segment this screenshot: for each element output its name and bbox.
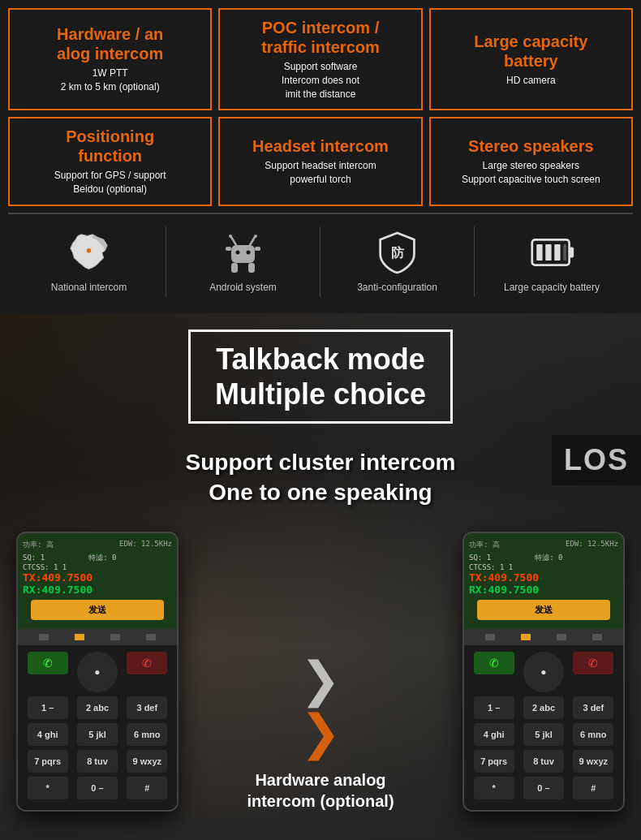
feature-subtitle-6: Large stereo speakersSupport capacitive … [462,159,600,187]
key-8-left[interactable]: 8 tuv [77,750,118,773]
svg-rect-10 [226,247,231,251]
key-nav-right[interactable]: ● [523,652,564,692]
top-section: Hardware / analog intercom 1W PTT2 km to… [0,0,641,313]
svg-rect-15 [536,244,542,261]
key-6-right[interactable]: 6 mno [573,723,613,746]
android-icon [219,230,268,275]
icon-android-label: Android system [209,282,277,293]
keypad-row-4-right: * 0 – # [469,777,618,799]
key-4-right[interactable]: 4 ghi [474,723,514,746]
ctcss-label-right: CTCSS: 1 1 [469,563,618,571]
key-7-right[interactable]: 7 pqrs [474,750,514,773]
feature-title-1: Hardware / analog intercom [57,24,163,63]
feature-title-5: Headset intercom [252,136,389,156]
feature-subtitle-3: HD camera [506,74,556,88]
feature-subtitle-2: Support softwareIntercom does notimit th… [282,60,359,101]
key-7-left[interactable]: 7 pqrs [28,750,68,773]
feature-title-4: Positioningfunction [66,127,154,166]
keypad-row-2-left: 4 ghi 5 jkl 6 mno [23,723,172,746]
svg-rect-11 [255,247,260,251]
key-1-left[interactable]: 1 – [28,696,68,719]
key-0-right[interactable]: 0 – [523,777,564,799]
icon-battery-label: Large capacity battery [504,282,600,293]
key-hash-left[interactable]: # [127,777,167,799]
icon-battery: Large capacity battery [475,226,629,297]
hardware-analog-text: Hardware analogintercom (optional) [247,769,394,812]
feature-subtitle-4: Support for GPS / supportBeidou (optiona… [54,169,166,196]
icon-3anti-label: 3anti-configuration [357,282,437,293]
ptt-btn-right[interactable]: 发送 [477,600,610,620]
feature-cell-4: Positioningfunction Support for GPS / su… [8,117,212,206]
arrow-right-icon: ❯ [300,709,341,757]
svg-rect-17 [554,244,560,261]
key-9-left[interactable]: 9 wxyz [127,750,167,773]
keypad-row-1-left: 1 – 2 abc 3 def [23,696,172,719]
key-4-left[interactable]: 4 ghi [28,723,68,746]
key-2-right[interactable]: 2 abc [523,696,564,719]
feature-cell-5: Headset intercom Support headset interco… [218,117,422,206]
sq-label-left: SQ: 1 特滤: 0 [23,553,172,563]
feature-cell-1: Hardware / analog intercom 1W PTT2 km to… [8,8,212,110]
key-star-left[interactable]: * [28,777,68,799]
bar-icon-r4 [592,634,602,640]
svg-rect-9 [248,263,255,273]
key-8-right[interactable]: 8 tuv [523,750,564,773]
key-5-right[interactable]: 5 jkl [523,723,564,746]
key-call-right[interactable]: ✆ [474,652,514,674]
bar-icon-r1 [485,634,495,640]
key-call-left[interactable]: ✆ [28,652,68,674]
feature-cell-2: POC intercom /traffic intercom Support s… [218,8,422,110]
phone-device-right: 功率: 高 EDW: 12.5KHz SQ: 1 特滤: 0 CTCSS: 1 … [462,532,625,812]
bar-icon-3 [110,634,120,640]
svg-point-2 [236,250,240,254]
key-2-left[interactable]: 2 abc [77,696,118,719]
svg-rect-1 [231,245,255,263]
bar-icon-2 [75,634,84,640]
keypad-row-3-left: 7 pqrs 8 tuv 9 wxyz [23,750,172,773]
rx-freq-left: RX:409.7500 [23,584,172,596]
key-3-left[interactable]: 3 def [127,696,167,719]
icon-national-intercom-label: National intercom [51,282,127,293]
key-hash-right[interactable]: # [573,777,613,799]
shield-protection-icon: 防 [373,230,422,275]
phones-section: 功率: 高 EDW: 12.5KHz SQ: 1 特滤: 0 CTCSS: 1 … [0,515,641,812]
tx-freq-right: TX:409.7500 [469,571,618,584]
feature-subtitle-1: 1W PTT2 km to 5 km (optional) [61,67,160,94]
svg-rect-18 [563,244,566,261]
svg-point-0 [87,248,91,252]
sq-label-right: SQ: 1 特滤: 0 [469,553,618,563]
bar-icon-4 [146,634,156,640]
cluster-line1: Support cluster intercom [186,448,456,477]
key-star-right[interactable]: * [474,777,514,799]
feature-grid: Hardware / analog intercom 1W PTT2 km to… [8,8,633,206]
cluster-line2: One to one speaking [186,478,456,507]
phone-keypad-left: ✆ ● ✆ 1 – 2 abc [18,645,177,810]
ptt-btn-left[interactable]: 发送 [31,600,164,620]
bar-icon-r3 [557,634,566,640]
arrow-left-icon: ❮ [300,656,341,704]
large-battery-icon [527,230,576,275]
talkback-mode-box: Talkback modeMultiple choice [188,330,453,424]
key-3-right[interactable]: 3 def [573,696,613,719]
key-0-left[interactable]: 0 – [77,777,118,799]
tx-freq-left: TX:409.7500 [23,571,172,584]
key-nav-left[interactable]: ● [77,652,118,692]
svg-rect-14 [569,248,574,258]
feature-subtitle-5: Support headset intercompowerful torch [265,159,376,187]
hero-background: LOS Talkback modeMultiple choice Support… [0,313,641,840]
keypad-row-2-right: 4 ghi 5 jkl 6 mno [469,723,618,746]
key-6-left[interactable]: 6 mno [127,723,167,746]
key-1-right[interactable]: 1 – [474,696,514,719]
svg-rect-8 [231,263,238,273]
key-9-right[interactable]: 9 wxyz [573,750,613,773]
svg-point-3 [247,250,251,254]
ctcss-label-left: CTCSS: 1 1 [23,563,172,571]
key-5-left[interactable]: 5 jkl [77,723,118,746]
key-end-right[interactable]: ✆ [573,652,613,674]
key-end-left[interactable]: ✆ [127,652,167,674]
svg-line-4 [231,237,236,245]
feature-title-3: Large capacitybattery [474,32,587,71]
bar-icon-1 [39,634,49,640]
phone-screen-left: 功率: 高 EDW: 12.5KHz SQ: 1 特滤: 0 CTCSS: 1 … [18,533,177,629]
icon-national-intercom: National intercom [12,226,166,297]
